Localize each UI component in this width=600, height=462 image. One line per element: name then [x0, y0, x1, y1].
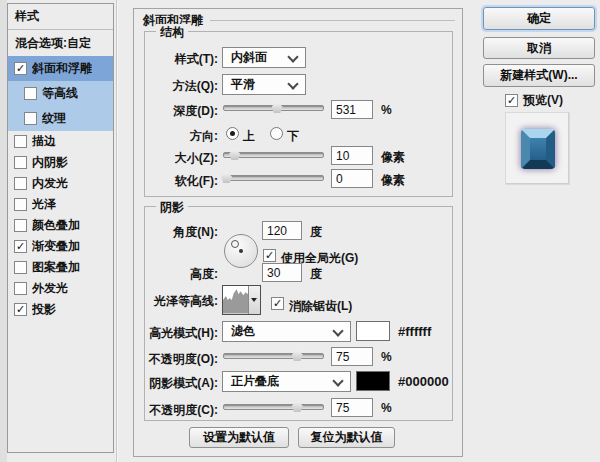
soften-slider[interactable]: [223, 171, 324, 184]
depth-input[interactable]: [331, 100, 373, 119]
satin-checkbox[interactable]: [14, 198, 27, 211]
highlight-mode-label: 高光模式(H):: [134, 325, 218, 342]
shadow-color-swatch[interactable]: [356, 371, 390, 391]
inner-shadow-checkbox[interactable]: [14, 156, 27, 169]
dialog-left-margin: [0, 0, 7, 462]
size-slider[interactable]: [223, 148, 324, 161]
style-dropdown-value: 内斜面: [231, 49, 267, 66]
anti-alias-label: 消除锯齿(L): [289, 298, 352, 315]
highlight-mode-dropdown[interactable]: 滤色: [222, 321, 351, 342]
sidebar-item-contour[interactable]: 等高线: [8, 81, 113, 106]
direction-down-label: 下: [287, 128, 299, 145]
bevel-emboss-panel: 斜面和浮雕 结构 样式(T): 内斜面 方法(Q): 平滑 深度(D): % 方…: [133, 8, 463, 457]
shading-legend: 阴影: [156, 199, 188, 216]
technique-dropdown[interactable]: 平滑: [222, 74, 306, 95]
new-style-button[interactable]: 新建样式(W)...: [483, 64, 595, 87]
texture-checkbox[interactable]: [24, 112, 37, 125]
new-style-label: 新建样式(W)...: [500, 67, 577, 84]
shadow-opacity-slider[interactable]: [223, 400, 324, 413]
stroke-checkbox[interactable]: [14, 135, 27, 148]
highlight-opacity-label: 不透明度(O):: [134, 351, 218, 368]
size-slider-thumb[interactable]: [229, 149, 240, 160]
sidebar-item-stroke[interactable]: 描边: [8, 131, 113, 152]
sidebar-header: 样式: [8, 4, 113, 30]
angle-input[interactable]: [262, 221, 302, 240]
sidebar-item-label: 图案叠加: [32, 259, 80, 276]
cancel-label: 取消: [527, 40, 551, 57]
sidebar-item-pattern-overlay[interactable]: 图案叠加: [8, 257, 113, 278]
preview-toggle[interactable]: ✓ 预览(V): [505, 92, 563, 109]
shadow-opacity-track[interactable]: [223, 404, 324, 410]
ok-button[interactable]: 确定: [483, 7, 595, 30]
sidebar-item-label: 光泽: [32, 196, 56, 213]
contour-dropdown-arrow-icon[interactable]: [248, 286, 260, 314]
set-default-button[interactable]: 设置为默认值: [189, 427, 289, 448]
drop-shadow-checkbox[interactable]: ✓: [14, 303, 27, 316]
soften-slider-track[interactable]: [223, 175, 324, 181]
shadow-opacity-input[interactable]: [331, 398, 373, 417]
contour-thumbnail: [223, 286, 248, 314]
sidebar-item-inner-shadow[interactable]: 内阴影: [8, 152, 113, 173]
highlight-opacity-track[interactable]: [223, 353, 324, 359]
contour-checkbox[interactable]: [24, 87, 37, 100]
color-overlay-checkbox[interactable]: [14, 219, 27, 232]
angle-dial-marker[interactable]: [231, 240, 239, 248]
depth-slider[interactable]: [223, 101, 324, 114]
sidebar-item-drop-shadow[interactable]: ✓ 投影: [8, 299, 113, 320]
chevron-down-icon: [287, 51, 298, 62]
style-label: 样式(T):: [134, 51, 218, 68]
shadow-mode-dropdown[interactable]: 正片叠底: [222, 371, 351, 392]
sidebar-item-texture[interactable]: 纹理: [8, 106, 113, 131]
highlight-color-swatch[interactable]: [356, 321, 390, 341]
highlight-opacity-thumb[interactable]: [292, 350, 303, 361]
sidebar-item-label: 等高线: [42, 85, 78, 102]
outer-glow-checkbox[interactable]: [14, 282, 27, 295]
gloss-contour-picker[interactable]: [222, 285, 261, 315]
size-input[interactable]: [331, 146, 373, 165]
reset-default-label: 复位为默认值: [311, 429, 383, 446]
altitude-input[interactable]: [262, 263, 302, 282]
inner-glow-checkbox[interactable]: [14, 177, 27, 190]
bevel-emboss-checkbox[interactable]: ✓: [14, 62, 27, 75]
sidebar-item-label: 颜色叠加: [32, 217, 80, 234]
gradient-overlay-checkbox[interactable]: ✓: [14, 240, 27, 253]
sidebar-item-satin[interactable]: 光泽: [8, 194, 113, 215]
angle-dial-center: [239, 249, 243, 253]
depth-slider-thumb[interactable]: [272, 102, 283, 113]
sidebar-item-color-overlay[interactable]: 颜色叠加: [8, 215, 113, 236]
highlight-opacity-slider[interactable]: [223, 349, 324, 362]
panel-title: 斜面和浮雕: [143, 12, 455, 29]
angle-label: 角度(N):: [134, 224, 218, 241]
sidebar-item-gradient-overlay[interactable]: ✓ 渐变叠加: [8, 236, 113, 257]
highlight-color-hex: #ffffff: [398, 324, 431, 339]
soften-input[interactable]: [331, 169, 373, 188]
direction-label: 方向:: [134, 128, 218, 145]
shadow-opacity-label: 不透明度(C):: [134, 402, 218, 419]
sidebar-item-bevel-emboss[interactable]: ✓ 斜面和浮雕: [8, 56, 113, 81]
preview-label: 预览(V): [523, 92, 563, 109]
sidebar-item-label: 外发光: [32, 280, 68, 297]
gloss-contour-label: 光泽等高线:: [134, 293, 218, 310]
depth-label: 深度(D):: [134, 103, 218, 120]
soften-label: 软化(F):: [134, 173, 218, 190]
sidebar-item-outer-glow[interactable]: 外发光: [8, 278, 113, 299]
angle-dial[interactable]: [224, 234, 258, 268]
sidebar-item-inner-glow[interactable]: 内发光: [8, 173, 113, 194]
pattern-overlay-checkbox[interactable]: [14, 261, 27, 274]
global-light-checkbox[interactable]: ✓: [263, 249, 276, 262]
style-dropdown[interactable]: 内斜面: [222, 47, 306, 68]
direction-down-radio[interactable]: [270, 127, 283, 140]
chevron-down-icon: [332, 375, 343, 386]
shadow-opacity-unit: %: [381, 401, 392, 415]
direction-up-radio[interactable]: [226, 127, 239, 140]
shadow-opacity-thumb[interactable]: [292, 401, 303, 412]
sidebar-item-label: 描边: [32, 133, 56, 150]
preview-checkbox[interactable]: ✓: [505, 94, 518, 107]
reset-default-button[interactable]: 复位为默认值: [298, 427, 395, 448]
anti-alias-checkbox[interactable]: ✓: [271, 297, 284, 310]
cancel-button[interactable]: 取消: [483, 37, 595, 59]
sidebar-item-blending-options[interactable]: 混合选项:自定: [8, 30, 113, 56]
highlight-opacity-input[interactable]: [331, 347, 373, 366]
soften-slider-thumb[interactable]: [221, 172, 232, 183]
size-unit: 像素: [381, 149, 405, 166]
